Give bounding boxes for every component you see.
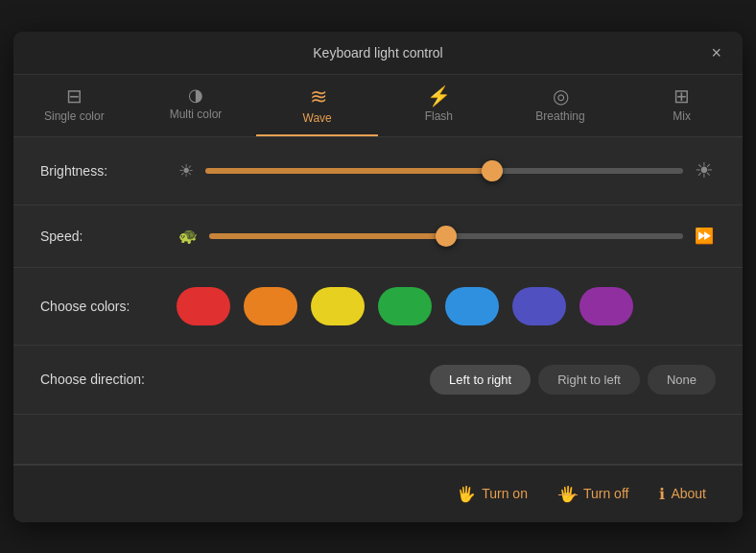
empty-row [13,415,743,465]
tab-bar: ⊟ Single color ◑ Multi color ≋ Wave ⚡ Fl… [13,75,743,137]
direction-right-to-left[interactable]: Right to left [538,365,640,395]
direction-row: Choose direction: Left to right Right to… [13,346,743,415]
brightness-controls: ☀ ☀ [177,156,716,185]
flash-icon: ⚡ [427,86,451,106]
direction-controls: Left to right Right to left None [177,365,716,395]
direction-buttons: Left to right Right to left None [430,365,716,395]
turn-off-button[interactable]: 🖐 Turn off [545,479,642,509]
tab-single-color-label: Single color [44,109,105,123]
turn-on-button[interactable]: 🖐 Turn on [443,479,541,509]
speed-controls: 🐢 ⏩ [177,225,716,248]
breathing-icon: ◎ [553,86,569,106]
window-title: Keyboard light control [313,45,442,60]
brightness-slider-wrap [205,159,683,182]
app-window: Keyboard light control × ⊟ Single color … [13,32,743,522]
swatch-blue[interactable] [445,287,499,325]
turn-off-icon: 🖐 [558,485,578,503]
tab-flash[interactable]: ⚡ Flash [378,75,500,136]
colors-controls [177,287,716,325]
swatch-purple[interactable] [579,287,633,325]
wave-icon: ≋ [310,86,325,108]
speed-label: Speed: [40,228,165,244]
tab-multi-color[interactable]: ◑ Multi color [135,75,257,136]
single-color-icon: ⊟ [66,86,83,106]
direction-left-to-right[interactable]: Left to right [430,365,531,395]
tab-wave[interactable]: ≋ Wave [256,75,378,136]
swatch-green[interactable] [378,287,432,325]
brightness-label: Brightness: [40,163,165,179]
close-button[interactable]: × [705,42,727,63]
swatch-orange[interactable] [244,287,297,325]
tab-breathing-label: Breathing [535,109,584,123]
mix-icon: ⊞ [673,86,690,106]
swatch-indigo[interactable] [512,287,566,325]
speed-row: Speed: 🐢 ⏩ [13,205,743,268]
speed-min-icon[interactable]: 🐢 [177,225,200,247]
tab-mix-label: Mix [673,109,691,123]
turn-off-label: Turn off [583,486,628,501]
speed-slider-wrap [209,225,683,248]
about-icon: ℹ [659,485,665,503]
tab-multi-color-label: Multi color [170,108,223,121]
swatch-red[interactable] [177,287,230,325]
turn-on-label: Turn on [482,486,528,501]
tab-mix[interactable]: ⊞ Mix [621,75,743,136]
colors-row: Choose colors: [13,268,743,346]
content-area: Brightness: ☀ ☀ Speed: 🐢 [13,137,743,465]
direction-none[interactable]: None [648,365,716,395]
about-button[interactable]: ℹ About [646,479,720,509]
footer: 🖐 Turn on 🖐 Turn off ℹ About [13,465,743,522]
about-label: About [671,486,706,501]
titlebar: Keyboard light control × [13,32,743,75]
turn-on-icon: 🖐 [457,485,476,503]
brightness-max-icon[interactable]: ☀ [693,156,716,185]
speed-max-icon[interactable]: ⏩ [693,225,716,247]
tab-wave-label: Wave [303,111,332,125]
direction-label: Choose direction: [40,372,165,387]
tab-flash-label: Flash [425,109,453,123]
tab-single-color[interactable]: ⊟ Single color [13,75,135,136]
colors-label: Choose colors: [40,299,165,314]
brightness-row: Brightness: ☀ ☀ [13,137,743,205]
tab-breathing[interactable]: ◎ Breathing [500,75,622,136]
multi-color-icon: ◑ [188,86,203,104]
color-swatches [177,287,633,325]
swatch-yellow[interactable] [311,287,365,325]
brightness-min-icon[interactable]: ☀ [177,158,196,183]
